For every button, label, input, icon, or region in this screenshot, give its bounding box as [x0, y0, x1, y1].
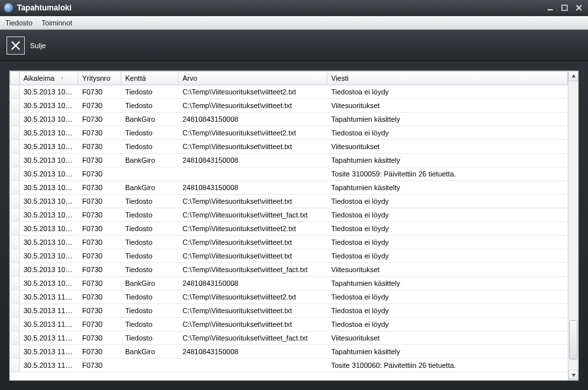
col-value[interactable]: Arvo [179, 72, 327, 85]
row-selector[interactable] [10, 318, 20, 331]
cell-field: BankGiro [121, 113, 179, 126]
close-window-button[interactable] [574, 3, 584, 12]
table-row[interactable]: 30.5.2013 10:48F0730TiedostoC:\Temp\Viit… [10, 126, 568, 140]
table-row[interactable]: 30.5.2013 11:06F0730TiedostoC:\Temp\Viit… [10, 304, 568, 318]
cell-field: Tiedosto [121, 99, 179, 113]
vertical-scrollbar[interactable] [568, 71, 578, 380]
cell-timestamp: 30.5.2013 10:49 [20, 181, 78, 195]
table-row[interactable]: 30.5.2013 10:52F0730TiedostoC:\Temp\Viit… [10, 249, 568, 263]
row-selector[interactable] [10, 113, 20, 126]
cell-value [179, 167, 327, 181]
scroll-down-icon[interactable] [568, 370, 578, 380]
toolbar: Sulje [0, 30, 588, 61]
cell-field: Tiedosto [121, 85, 179, 99]
cell-company: F0730 [78, 277, 121, 290]
cell-value: C:\Temp\Viitesuoritukset\viitteet2.txt [179, 126, 327, 140]
svg-rect-1 [562, 5, 567, 10]
col-select[interactable] [10, 72, 20, 85]
table-row[interactable]: 30.5.2013 11:06F0730TiedostoC:\Temp\Viit… [10, 290, 568, 304]
row-selector[interactable] [10, 263, 20, 277]
cell-company: F0730 [78, 195, 121, 208]
cell-field: Tiedosto [121, 140, 179, 154]
table-row[interactable]: 30.5.2013 11:06F0730TiedostoC:\Temp\Viit… [10, 318, 568, 331]
cell-message: Tapahtumien käsittely [327, 345, 568, 359]
cell-field: Tiedosto [121, 249, 179, 263]
scroll-thumb[interactable] [569, 320, 578, 359]
table-row[interactable]: 30.5.2013 10:41F0730BankGiro248108431500… [10, 113, 568, 126]
row-selector[interactable] [10, 126, 20, 140]
cell-timestamp: 30.5.2013 10:52 [20, 222, 78, 236]
row-selector[interactable] [10, 85, 20, 99]
cell-value: C:\Temp\Viitesuoritukset\viitteet.txt [179, 304, 327, 318]
table-row[interactable]: 30.5.2013 11:06F0730TiedostoC:\Temp\Viit… [10, 331, 568, 345]
row-selector[interactable] [10, 359, 20, 372]
table-row[interactable]: 30.5.2013 10:48F0730BankGiro248108431500… [10, 154, 568, 167]
row-selector[interactable] [10, 222, 20, 236]
cell-company: F0730 [78, 126, 121, 140]
col-timestamp-label: Aikaleima [23, 74, 55, 82]
col-company-label: Yritysnro [82, 74, 110, 82]
cell-value: C:\Temp\Viitesuoritukset\viitteet_fact.t… [179, 263, 327, 277]
row-selector[interactable] [10, 304, 20, 318]
table-row[interactable]: 30.5.2013 10:52F0730TiedostoC:\Temp\Viit… [10, 263, 568, 277]
window-title: Tapahtumaloki [17, 3, 545, 12]
minimize-button[interactable] [545, 3, 555, 12]
cell-timestamp: 30.5.2013 11:06 [20, 345, 78, 359]
titlebar[interactable]: Tapahtumaloki [0, 0, 588, 16]
scroll-up-icon[interactable] [568, 71, 578, 81]
menubar: Tiedosto Toiminnot [0, 16, 588, 30]
row-selector[interactable] [10, 167, 20, 181]
row-selector[interactable] [10, 236, 20, 249]
col-company[interactable]: Yritysnro [78, 72, 121, 85]
cell-company: F0730 [78, 331, 121, 345]
cell-field: Tiedosto [121, 318, 179, 331]
maximize-button[interactable] [559, 3, 570, 12]
cell-timestamp: 30.5.2013 10:41 [20, 113, 78, 126]
row-selector[interactable] [10, 249, 20, 263]
table-row[interactable]: 30.5.2013 10:40F0730TiedostoC:\Temp\Viit… [10, 99, 568, 113]
table-row[interactable]: 30.5.2013 10:52F0730TiedostoC:\Temp\Viit… [10, 222, 568, 236]
cell-message: Tapahtumien käsittely [327, 154, 568, 167]
row-selector[interactable] [10, 345, 20, 359]
table-row[interactable]: 30.5.2013 10:49F0730TiedostoC:\Temp\Viit… [10, 195, 568, 208]
cell-timestamp: 30.5.2013 10:40 [20, 99, 78, 113]
row-selector[interactable] [10, 99, 20, 113]
row-selector[interactable] [10, 277, 20, 290]
table-row[interactable]: 30.5.2013 11:06F0730BankGiro248108431500… [10, 345, 568, 359]
cell-value: 24810843150008 [179, 345, 327, 359]
col-timestamp[interactable]: Aikaleima ↑ [20, 72, 78, 85]
cell-company: F0730 [78, 359, 121, 372]
table-row[interactable]: 30.5.2013 10:52F0730TiedostoC:\Temp\Viit… [10, 236, 568, 249]
cell-value: C:\Temp\Viitesuoritukset\viitteet.txt [179, 140, 327, 154]
cell-company: F0730 [78, 345, 121, 359]
cell-company: F0730 [78, 208, 121, 222]
table-row[interactable]: 30.5.2013 10:49F0730TiedostoC:\Temp\Viit… [10, 208, 568, 222]
menu-file[interactable]: Tiedosto [5, 19, 33, 27]
col-message[interactable]: Viesti [327, 72, 568, 85]
cell-message: Tiedostoa ei löydy [327, 290, 568, 304]
table-row[interactable]: 30.5.2013 10:48F0730TiedostoC:\Temp\Viit… [10, 140, 568, 154]
menu-actions[interactable]: Toiminnot [42, 19, 72, 27]
table-row[interactable]: 30.5.2013 10:40F0730TiedostoC:\Temp\Viit… [10, 85, 568, 99]
close-button[interactable]: Sulje [7, 36, 46, 55]
event-grid[interactable]: Aikaleima ↑ Yritysnro Kenttä Arvo Viesti… [10, 71, 568, 380]
scroll-track[interactable] [568, 81, 578, 370]
cell-company: F0730 [78, 85, 121, 99]
row-selector[interactable] [10, 140, 20, 154]
row-selector[interactable] [10, 181, 20, 195]
table-row[interactable]: 30.5.2013 10:49F0730Tosite 3100059: Päiv… [10, 167, 568, 181]
col-field[interactable]: Kenttä [121, 72, 179, 85]
table-row[interactable]: 30.5.2013 10:49F0730BankGiro248108431500… [10, 181, 568, 195]
row-selector[interactable] [10, 195, 20, 208]
cell-timestamp: 30.5.2013 10:49 [20, 195, 78, 208]
row-selector[interactable] [10, 290, 20, 304]
row-selector[interactable] [10, 331, 20, 345]
row-selector[interactable] [10, 208, 20, 222]
cell-timestamp: 30.5.2013 11:06 [20, 331, 78, 345]
table-row[interactable]: 30.5.2013 11:06F0730Tosite 3100060: Päiv… [10, 359, 568, 372]
row-selector[interactable] [10, 154, 20, 167]
table-row[interactable]: 30.5.2013 10:52F0730BankGiro248108431500… [10, 277, 568, 290]
cell-company: F0730 [78, 263, 121, 277]
event-table: Aikaleima ↑ Yritysnro Kenttä Arvo Viesti… [10, 71, 568, 372]
cell-message: Tiedostoa ei löydy [327, 236, 568, 249]
